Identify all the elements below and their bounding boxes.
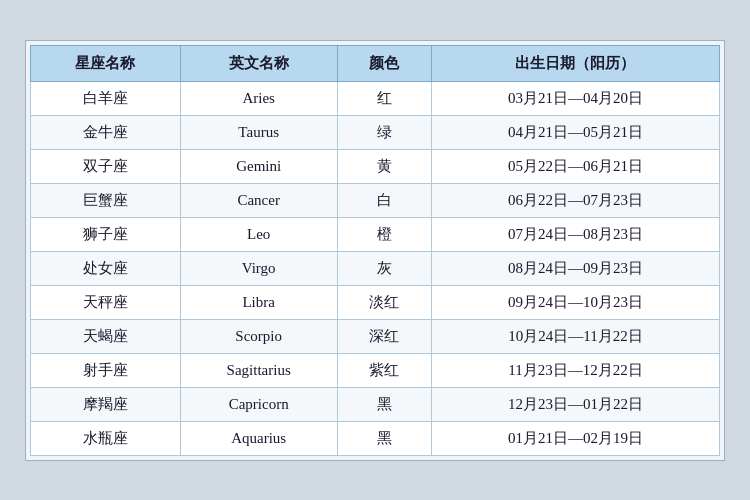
cell-dates: 07月24日—08月23日 bbox=[431, 217, 719, 251]
cell-color: 深红 bbox=[337, 319, 431, 353]
cell-color: 淡红 bbox=[337, 285, 431, 319]
cell-english-name: Aquarius bbox=[180, 421, 337, 455]
cell-english-name: Taurus bbox=[180, 115, 337, 149]
cell-english-name: Cancer bbox=[180, 183, 337, 217]
cell-dates: 01月21日—02月19日 bbox=[431, 421, 719, 455]
header-chinese-name: 星座名称 bbox=[31, 45, 181, 81]
cell-color: 灰 bbox=[337, 251, 431, 285]
cell-dates: 04月21日—05月21日 bbox=[431, 115, 719, 149]
cell-chinese-name: 射手座 bbox=[31, 353, 181, 387]
zodiac-table: 星座名称 英文名称 颜色 出生日期（阳历） 白羊座Aries红03月21日—04… bbox=[30, 45, 720, 456]
cell-chinese-name: 金牛座 bbox=[31, 115, 181, 149]
cell-color: 橙 bbox=[337, 217, 431, 251]
cell-color: 绿 bbox=[337, 115, 431, 149]
zodiac-table-container: 星座名称 英文名称 颜色 出生日期（阳历） 白羊座Aries红03月21日—04… bbox=[25, 40, 725, 461]
cell-dates: 05月22日—06月21日 bbox=[431, 149, 719, 183]
cell-color: 黄 bbox=[337, 149, 431, 183]
cell-color: 白 bbox=[337, 183, 431, 217]
header-english-name: 英文名称 bbox=[180, 45, 337, 81]
table-row: 白羊座Aries红03月21日—04月20日 bbox=[31, 81, 720, 115]
header-color: 颜色 bbox=[337, 45, 431, 81]
cell-color: 紫红 bbox=[337, 353, 431, 387]
cell-chinese-name: 双子座 bbox=[31, 149, 181, 183]
cell-english-name: Capricorn bbox=[180, 387, 337, 421]
cell-chinese-name: 狮子座 bbox=[31, 217, 181, 251]
cell-color: 红 bbox=[337, 81, 431, 115]
table-header-row: 星座名称 英文名称 颜色 出生日期（阳历） bbox=[31, 45, 720, 81]
cell-chinese-name: 天蝎座 bbox=[31, 319, 181, 353]
cell-chinese-name: 摩羯座 bbox=[31, 387, 181, 421]
cell-chinese-name: 处女座 bbox=[31, 251, 181, 285]
table-row: 天蝎座Scorpio深红10月24日—11月22日 bbox=[31, 319, 720, 353]
cell-dates: 12月23日—01月22日 bbox=[431, 387, 719, 421]
cell-chinese-name: 水瓶座 bbox=[31, 421, 181, 455]
cell-english-name: Sagittarius bbox=[180, 353, 337, 387]
cell-english-name: Gemini bbox=[180, 149, 337, 183]
cell-dates: 11月23日—12月22日 bbox=[431, 353, 719, 387]
header-dates: 出生日期（阳历） bbox=[431, 45, 719, 81]
table-row: 水瓶座Aquarius黑01月21日—02月19日 bbox=[31, 421, 720, 455]
cell-dates: 06月22日—07月23日 bbox=[431, 183, 719, 217]
table-row: 射手座Sagittarius紫红11月23日—12月22日 bbox=[31, 353, 720, 387]
cell-chinese-name: 白羊座 bbox=[31, 81, 181, 115]
cell-chinese-name: 天秤座 bbox=[31, 285, 181, 319]
cell-dates: 03月21日—04月20日 bbox=[431, 81, 719, 115]
table-row: 巨蟹座Cancer白06月22日—07月23日 bbox=[31, 183, 720, 217]
table-row: 处女座Virgo灰08月24日—09月23日 bbox=[31, 251, 720, 285]
table-body: 白羊座Aries红03月21日—04月20日金牛座Taurus绿04月21日—0… bbox=[31, 81, 720, 455]
cell-english-name: Aries bbox=[180, 81, 337, 115]
cell-dates: 08月24日—09月23日 bbox=[431, 251, 719, 285]
cell-chinese-name: 巨蟹座 bbox=[31, 183, 181, 217]
table-row: 金牛座Taurus绿04月21日—05月21日 bbox=[31, 115, 720, 149]
cell-color: 黑 bbox=[337, 421, 431, 455]
table-row: 双子座Gemini黄05月22日—06月21日 bbox=[31, 149, 720, 183]
cell-dates: 09月24日—10月23日 bbox=[431, 285, 719, 319]
cell-english-name: Libra bbox=[180, 285, 337, 319]
table-row: 天秤座Libra淡红09月24日—10月23日 bbox=[31, 285, 720, 319]
cell-english-name: Virgo bbox=[180, 251, 337, 285]
cell-english-name: Leo bbox=[180, 217, 337, 251]
cell-dates: 10月24日—11月22日 bbox=[431, 319, 719, 353]
table-row: 狮子座Leo橙07月24日—08月23日 bbox=[31, 217, 720, 251]
cell-color: 黑 bbox=[337, 387, 431, 421]
table-row: 摩羯座Capricorn黑12月23日—01月22日 bbox=[31, 387, 720, 421]
cell-english-name: Scorpio bbox=[180, 319, 337, 353]
